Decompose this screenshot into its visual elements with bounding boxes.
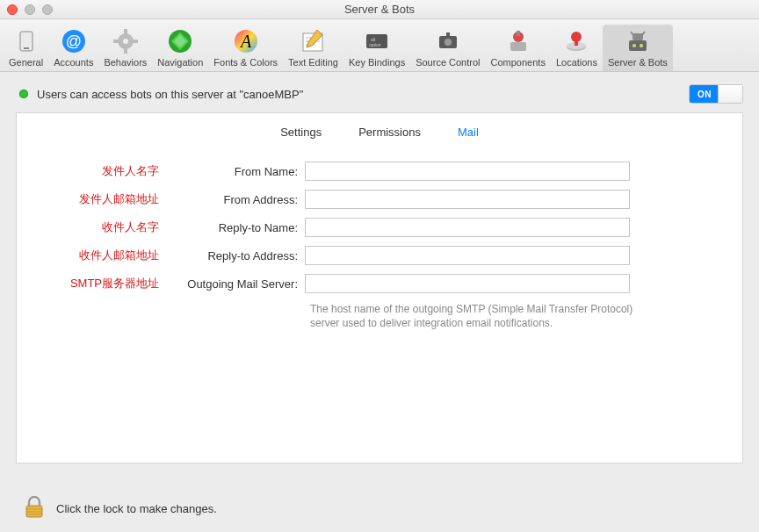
- toolbar-label: Accounts: [54, 57, 93, 68]
- tab-permissions[interactable]: Permissions: [358, 126, 421, 139]
- lock-icon[interactable]: [25, 496, 44, 521]
- svg-line-35: [642, 32, 645, 35]
- fonts-colors-icon: A: [232, 27, 260, 55]
- toolbar-label: General: [9, 57, 43, 68]
- at-sign-icon: @: [60, 27, 88, 55]
- svg-rect-7: [124, 48, 127, 54]
- toolbar-item-behaviors[interactable]: Behaviors: [98, 25, 152, 71]
- content-area: Users can access bots on this server at …: [0, 72, 759, 532]
- annotation: 发件人邮箱地址: [41, 191, 164, 207]
- field-label: Reply-to Name:: [164, 221, 305, 234]
- components-icon: [504, 27, 532, 55]
- outgoing-mail-server-input[interactable]: [305, 274, 630, 293]
- toolbar-item-general[interactable]: General: [4, 25, 48, 71]
- row-reply-to-address: 收件人邮箱地址 Reply-to Address:: [41, 246, 718, 265]
- toolbar-label: Key Bindings: [349, 57, 405, 68]
- from-address-input[interactable]: [305, 190, 630, 209]
- field-label: From Address:: [164, 193, 305, 206]
- panel-tabs: Settings Permissions Mail: [17, 113, 742, 147]
- close-window-button[interactable]: [7, 4, 18, 15]
- key-bindings-icon: altoption: [363, 27, 391, 55]
- svg-rect-1: [24, 47, 29, 49]
- outgoing-server-help-text: The host name of the outgoing SMTP (Simp…: [310, 302, 644, 330]
- toolbar-item-server-bots[interactable]: Server & Bots: [603, 25, 673, 71]
- svg-rect-9: [133, 40, 138, 43]
- status-indicator-icon: [19, 90, 28, 98]
- annotation: SMTP服务器地址: [41, 276, 164, 291]
- text-editing-icon: [299, 27, 327, 55]
- svg-point-21: [445, 39, 452, 46]
- mail-form: 发件人名字 From Name: 发件人邮箱地址 From Address: 收…: [17, 147, 742, 330]
- window-title: Server & Bots: [0, 3, 759, 16]
- switch-knob: [718, 85, 742, 103]
- svg-text:A: A: [239, 32, 252, 51]
- svg-rect-23: [510, 42, 526, 51]
- server-bots-icon: [624, 27, 652, 55]
- titlebar: Server & Bots: [0, 0, 759, 19]
- svg-point-31: [632, 44, 636, 47]
- toolbar-item-source-control[interactable]: Source Control: [410, 25, 485, 71]
- server-toggle[interactable]: ON: [689, 84, 743, 104]
- source-control-icon: [434, 27, 462, 55]
- navigation-icon: [166, 27, 194, 55]
- preferences-toolbar: General @ Accounts Behaviors Navigation …: [0, 19, 759, 72]
- svg-rect-6: [124, 29, 127, 34]
- row-from-address: 发件人邮箱地址 From Address:: [41, 190, 718, 209]
- gear-icon: [112, 27, 140, 55]
- tab-mail[interactable]: Mail: [458, 126, 479, 139]
- settings-panel: Settings Permissions Mail 发件人名字 From Nam…: [16, 112, 743, 464]
- toolbar-item-key-bindings[interactable]: altoption Key Bindings: [343, 25, 410, 71]
- toolbar-item-accounts[interactable]: @ Accounts: [48, 25, 98, 71]
- zoom-window-button[interactable]: [42, 4, 53, 15]
- toolbar-label: Locations: [556, 57, 597, 68]
- row-from-name: 发件人名字 From Name:: [41, 162, 718, 181]
- svg-text:@: @: [66, 32, 82, 50]
- lock-text: Click the lock to make changes.: [56, 502, 217, 515]
- general-icon: [12, 27, 40, 55]
- minimize-window-button[interactable]: [25, 4, 35, 15]
- from-name-input[interactable]: [305, 162, 630, 181]
- locations-icon: [562, 27, 590, 55]
- field-label: Outgoing Mail Server:: [164, 277, 305, 291]
- switch-on-label: ON: [690, 85, 719, 103]
- svg-rect-29: [575, 37, 578, 46]
- toolbar-label: Behaviors: [104, 57, 147, 68]
- row-reply-to-name: 收件人名字 Reply-to Name:: [41, 218, 718, 237]
- svg-rect-30: [629, 40, 647, 51]
- svg-rect-33: [632, 33, 643, 40]
- toolbar-item-fonts-colors[interactable]: A Fonts & Colors: [208, 25, 283, 71]
- toolbar-item-navigation[interactable]: Navigation: [152, 25, 208, 71]
- field-label: From Name:: [164, 165, 305, 178]
- annotation: 收件人名字: [41, 219, 164, 235]
- row-outgoing-server: SMTP服务器地址 Outgoing Mail Server:: [41, 274, 718, 293]
- svg-rect-8: [113, 40, 119, 43]
- toolbar-label: Text Editing: [288, 57, 338, 68]
- svg-point-32: [640, 44, 643, 47]
- field-label: Reply-to Address:: [164, 249, 305, 262]
- reply-to-name-input[interactable]: [305, 218, 630, 237]
- svg-rect-22: [446, 32, 450, 36]
- annotation: 发件人名字: [41, 163, 164, 179]
- toolbar-label: Server & Bots: [608, 57, 668, 68]
- svg-rect-25: [517, 31, 520, 36]
- toolbar-label: Source Control: [416, 57, 480, 68]
- svg-point-5: [123, 39, 128, 44]
- toolbar-item-text-editing[interactable]: Text Editing: [283, 25, 343, 71]
- svg-line-34: [631, 32, 633, 35]
- toolbar-label: Components: [491, 57, 546, 68]
- toolbar-label: Navigation: [157, 57, 203, 68]
- lock-row: Click the lock to make changes.: [0, 492, 759, 532]
- window-controls: [7, 4, 53, 15]
- toolbar-item-components[interactable]: Components: [486, 25, 551, 71]
- reply-to-address-input[interactable]: [305, 246, 630, 265]
- svg-text:option: option: [369, 42, 381, 47]
- annotation: 收件人邮箱地址: [41, 248, 164, 263]
- toolbar-item-locations[interactable]: Locations: [551, 25, 603, 71]
- status-row: Users can access bots on this server at …: [0, 72, 759, 112]
- toolbar-label: Fonts & Colors: [213, 57, 278, 68]
- tab-settings[interactable]: Settings: [280, 126, 322, 139]
- status-text: Users can access bots on this server at …: [37, 88, 689, 101]
